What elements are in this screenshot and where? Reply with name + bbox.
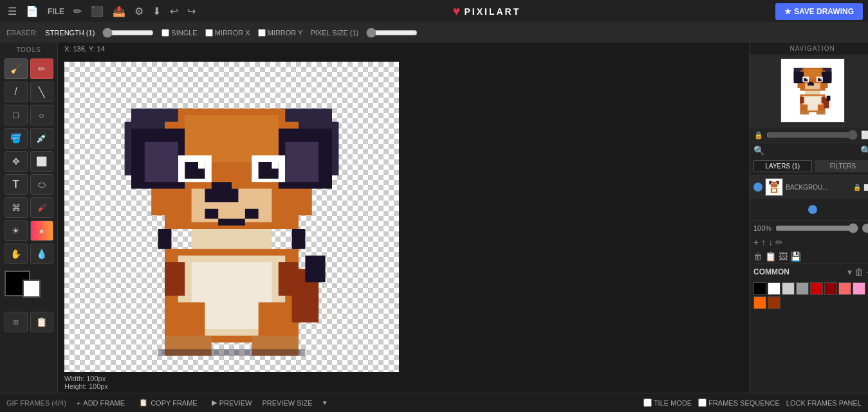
pencil-tool[interactable]: ✏ xyxy=(30,58,53,79)
move-tool[interactable]: ✥ xyxy=(5,151,28,172)
layer-opacity-slider[interactable] xyxy=(766,130,858,140)
settings-icon[interactable]: ⚙ xyxy=(132,4,146,19)
pixel-canvas[interactable] xyxy=(64,62,399,372)
layer-thumb-svg xyxy=(766,179,782,195)
download-icon[interactable]: ⬇ xyxy=(150,4,163,19)
select-tool[interactable]: ⬜ xyxy=(30,151,53,172)
save-button[interactable]: ★ SAVE DRAWING xyxy=(775,3,863,20)
edit-color-button[interactable]: ✏ xyxy=(775,237,783,247)
text-tool[interactable]: T xyxy=(5,174,28,195)
svg-rect-16 xyxy=(272,162,278,168)
pencil-icon[interactable]: ✏ xyxy=(71,4,84,19)
layer-frame-icon[interactable]: ⬜ xyxy=(860,130,868,140)
bottom-bar: GIF FRAMES (4/4) + ADD FRAME 📋 COPY FRAM… xyxy=(0,393,868,412)
move-color-down-button[interactable]: ↓ xyxy=(768,237,773,247)
svg-rect-19 xyxy=(205,189,238,202)
undo-icon[interactable]: ↩ xyxy=(167,4,181,19)
redo-icon[interactable]: ↪ xyxy=(185,4,198,19)
layers-tab-button[interactable]: LAYERS (1) xyxy=(753,160,812,172)
selection-tool-2[interactable]: ⊞ xyxy=(5,312,28,332)
pixel-size-label: PIXEL SIZE (1) xyxy=(310,29,358,37)
copy-to-layer-tool[interactable]: 📋 xyxy=(30,312,53,332)
palette-color-2[interactable] xyxy=(768,282,780,295)
canvas-size-info: Width: 100px Height: 100px xyxy=(58,372,749,393)
export-icon[interactable]: 📤 xyxy=(110,4,128,19)
image-color-button[interactable]: 🖼 xyxy=(779,251,788,262)
duplicate-color-button[interactable]: 📋 xyxy=(765,251,776,262)
add-frame-button[interactable]: + ADD FRAME xyxy=(73,398,129,408)
svg-rect-38 xyxy=(285,142,319,182)
nav-section: NAVIGATION xyxy=(750,42,868,127)
line-tool[interactable]: / xyxy=(5,82,28,102)
svg-rect-34 xyxy=(279,262,299,296)
strength-slider[interactable] xyxy=(102,28,154,38)
palette-color-3[interactable] xyxy=(782,282,795,295)
eraser-tool[interactable]: 🧹 xyxy=(5,58,28,79)
layer-name: BACKGROU... xyxy=(786,184,851,191)
palette-color-9[interactable] xyxy=(753,296,766,309)
layer-visibility-button[interactable] xyxy=(753,183,762,192)
mirror-y-checkbox[interactable] xyxy=(258,29,266,37)
svg-rect-47 xyxy=(821,72,831,84)
palette-color-7[interactable] xyxy=(838,282,851,295)
oval-select-tool[interactable]: ⬭ xyxy=(30,174,53,195)
file-button[interactable]: FILE xyxy=(45,6,67,17)
drop-tool[interactable]: 💧 xyxy=(30,244,53,264)
layer-thumbnail xyxy=(765,178,783,196)
eyedropper-tool[interactable]: 💉 xyxy=(30,128,53,148)
pixel-size-slider[interactable] xyxy=(366,28,418,38)
canvas-wrapper[interactable] xyxy=(58,55,749,372)
palette-color-8[interactable] xyxy=(853,282,865,295)
preview-size-dropdown-button[interactable]: ▾ xyxy=(319,397,331,408)
nav-preview-image[interactable] xyxy=(780,58,845,123)
smudge-tool[interactable]: 🖌 xyxy=(30,197,53,218)
rectangle-tool[interactable]: □ xyxy=(5,105,28,125)
delete-color-button[interactable]: 🗑 xyxy=(753,251,762,262)
single-checkbox[interactable] xyxy=(162,29,169,37)
background-color-swatch[interactable] xyxy=(23,280,41,298)
palette-color-10[interactable] xyxy=(768,296,780,309)
menu-button[interactable]: ☰ xyxy=(5,4,19,19)
topbar-right: ★ SAVE DRAWING xyxy=(775,3,863,20)
svg-rect-76 xyxy=(775,184,777,184)
lighten-tool[interactable]: ☀ xyxy=(5,220,28,241)
tools-panel: TOOLS 🧹 ✏ / ╲ □ ○ 🪣 💉 ✥ ⬜ T ⬭ ⌘ 🖌 xyxy=(0,42,58,393)
colors-percent-slider[interactable] xyxy=(775,223,858,233)
save-palette-button[interactable]: 💾 xyxy=(790,251,801,262)
topbar-center: ♥ PIXILART xyxy=(453,4,521,19)
svg-rect-65 xyxy=(816,111,825,114)
palette-color-1[interactable] xyxy=(753,282,766,295)
zoom-out-button[interactable]: 🔍 xyxy=(860,145,868,156)
palette-color-6[interactable] xyxy=(824,282,837,295)
pan-tool[interactable]: ✋ xyxy=(5,244,28,264)
strength-label: STRENGTH (1) xyxy=(45,29,95,37)
diagonal-tool[interactable]: ╲ xyxy=(30,82,53,102)
mirror-x-checkbox[interactable] xyxy=(205,29,213,37)
delete-palette-button[interactable]: 🗑 xyxy=(854,267,863,277)
tool-row-4: 🪣 💉 xyxy=(5,128,53,148)
common-dropdown-button[interactable]: ▾ xyxy=(847,267,852,277)
frames-sequence-checkbox[interactable] xyxy=(698,399,706,407)
preview-button[interactable]: ▶ PREVIEW xyxy=(208,397,256,408)
palette-color-5[interactable] xyxy=(810,282,823,295)
filters-tab-button[interactable]: FILTERS xyxy=(815,160,868,172)
tile-mode-checkbox[interactable] xyxy=(643,399,652,407)
add-color-button[interactable]: + xyxy=(753,237,759,247)
layer-options-icon[interactable]: ⬜ xyxy=(863,184,868,191)
tile-mode-text: TILE MODE xyxy=(654,399,692,407)
file-icon[interactable]: 📄 xyxy=(23,4,41,19)
palette-color-4[interactable] xyxy=(796,282,809,295)
fill-tool[interactable]: 🪣 xyxy=(5,128,28,148)
pattern-tool[interactable]: ⌘ xyxy=(5,197,28,218)
tool-row-5: ✥ ⬜ xyxy=(5,151,53,172)
move-color-up-button[interactable]: ↑ xyxy=(761,237,766,247)
ellipse-tool[interactable]: ○ xyxy=(30,105,53,125)
gradient-tool[interactable]: ■ xyxy=(30,220,53,241)
layer-merge-icon[interactable]: 🔒 xyxy=(853,184,861,191)
copy-frame-button[interactable]: 📋 COPY FRAME xyxy=(135,397,201,408)
svg-rect-79 xyxy=(772,189,776,192)
canvas-height: Height: 100px xyxy=(64,382,743,390)
move-icon[interactable]: ⬛ xyxy=(88,4,106,19)
layer-lock-icon[interactable]: 🔒 xyxy=(753,130,764,140)
zoom-in-button[interactable]: 🔍 xyxy=(753,145,764,156)
